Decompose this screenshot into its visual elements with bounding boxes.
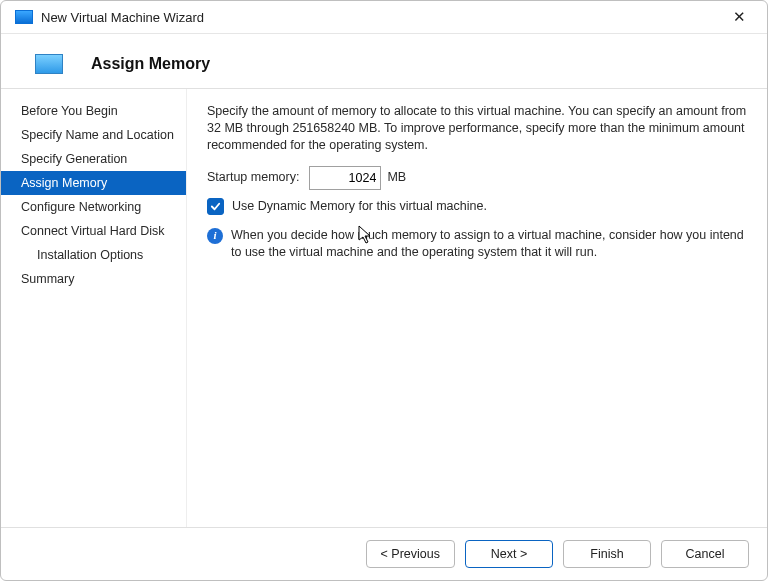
- finish-button[interactable]: Finish: [563, 540, 651, 568]
- wizard-step-specify-name-and-location[interactable]: Specify Name and Location: [1, 123, 186, 147]
- footer-buttons: < Previous Next > Finish Cancel: [1, 527, 767, 580]
- next-button[interactable]: Next >: [465, 540, 553, 568]
- content-pane: Specify the amount of memory to allocate…: [187, 89, 767, 527]
- dynamic-memory-label: Use Dynamic Memory for this virtual mach…: [232, 198, 487, 215]
- wizard-window: New Virtual Machine Wizard ✕ Assign Memo…: [0, 0, 768, 581]
- wizard-step-configure-networking[interactable]: Configure Networking: [1, 195, 186, 219]
- app-icon: [15, 10, 33, 24]
- startup-memory-input[interactable]: [309, 166, 381, 190]
- wizard-step-connect-virtual-hard-disk[interactable]: Connect Virtual Hard Disk: [1, 219, 186, 243]
- check-icon: [210, 201, 221, 212]
- wizard-step-specify-generation[interactable]: Specify Generation: [1, 147, 186, 171]
- page-icon: [35, 54, 63, 74]
- wizard-steps-sidebar: Before You BeginSpecify Name and Locatio…: [1, 89, 187, 527]
- wizard-step-installation-options[interactable]: Installation Options: [1, 243, 186, 267]
- window-title: New Virtual Machine Wizard: [41, 10, 721, 25]
- info-icon: i: [207, 228, 223, 244]
- page-header: Assign Memory: [1, 34, 767, 89]
- intro-text: Specify the amount of memory to allocate…: [207, 103, 747, 154]
- startup-memory-unit: MB: [387, 169, 406, 186]
- previous-button[interactable]: < Previous: [366, 540, 455, 568]
- startup-memory-row: Startup memory: MB: [207, 166, 747, 190]
- page-title: Assign Memory: [91, 55, 210, 73]
- wizard-step-summary[interactable]: Summary: [1, 267, 186, 291]
- info-text: When you decide how much memory to assig…: [231, 227, 747, 261]
- close-icon[interactable]: ✕: [721, 8, 757, 26]
- cancel-button[interactable]: Cancel: [661, 540, 749, 568]
- dynamic-memory-checkbox[interactable]: [207, 198, 224, 215]
- wizard-step-assign-memory[interactable]: Assign Memory: [1, 171, 186, 195]
- wizard-step-before-you-begin[interactable]: Before You Begin: [1, 99, 186, 123]
- startup-memory-label: Startup memory:: [207, 169, 299, 186]
- body: Before You BeginSpecify Name and Locatio…: [1, 89, 767, 527]
- dynamic-memory-row[interactable]: Use Dynamic Memory for this virtual mach…: [207, 198, 747, 215]
- titlebar: New Virtual Machine Wizard ✕: [1, 1, 767, 34]
- info-row: i When you decide how much memory to ass…: [207, 227, 747, 261]
